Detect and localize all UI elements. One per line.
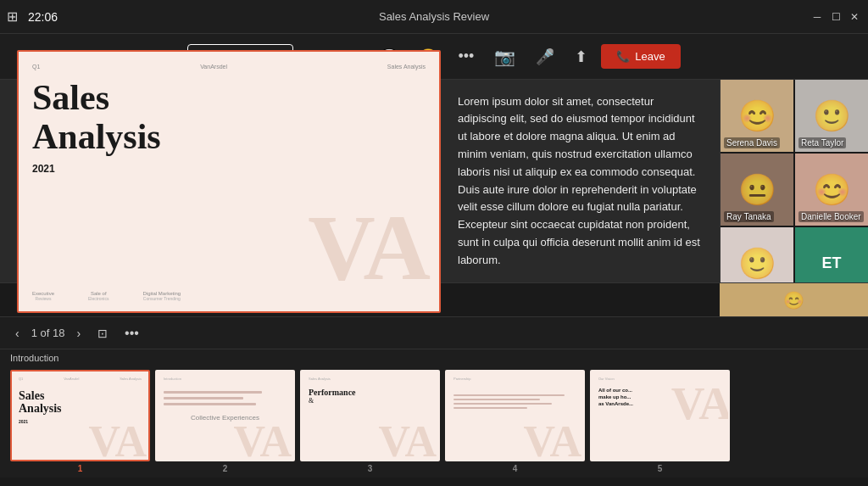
thumb4-brand: Partnership — [453, 377, 576, 381]
thumb-frame-3: Sales Analysis Performance & VA — [300, 370, 440, 461]
footer-item-2: Sale ofElectronics — [88, 291, 108, 301]
slide-counter: 1 of 18 — [31, 327, 65, 339]
title-bar: ⊞ 22:06 Sales Analysis Review ─ ☐ ✕ — [0, 0, 868, 34]
participant-cell-serena: 😊 Serena Davis — [721, 80, 793, 152]
thumb4-watermark: VA — [524, 420, 581, 461]
mic-button[interactable]: 🎤 — [529, 42, 561, 71]
thumb1-title: SalesAnalysis — [19, 389, 142, 416]
slide-title: Sales Analysis — [32, 78, 426, 156]
thumb1-brand: Q1VanArsdelSales Analysis — [19, 377, 142, 381]
participant-cell-danielle: 😊 Danielle Booker — [795, 154, 868, 226]
minimize-button[interactable]: ─ — [810, 11, 824, 23]
fit-window-button[interactable]: ⊡ — [92, 323, 113, 344]
more-options-button[interactable]: ••• — [451, 42, 481, 70]
leave-label: Leave — [635, 50, 665, 63]
participant-name-reta: Reta Taylor — [798, 137, 846, 148]
slide-watermark: VA — [308, 201, 431, 294]
participant-name-ray: Ray Tanaka — [724, 211, 774, 222]
main-content: Q1 VanArsdel Sales Analysis Sales Analys… — [0, 80, 868, 282]
section-label: Introduction — [0, 349, 868, 366]
thumb2-lines — [164, 391, 287, 409]
thumb-frame-4: Partnership VA — [445, 370, 585, 461]
camera-button[interactable]: 📷 — [487, 42, 522, 72]
thumb-frame-1: Q1VanArsdelSales Analysis SalesAnalysis … — [10, 370, 150, 461]
slide-q: Q1 — [32, 64, 40, 70]
thumbnail-3[interactable]: Sales Analysis Performance & VA 3 — [300, 370, 440, 473]
thumb-number-2: 2 — [223, 464, 228, 473]
participant-row-2: 😐 Ray Tanaka 😊 Danielle Booker — [721, 154, 868, 226]
thumb2-brand: Introduction — [164, 377, 287, 381]
thumb3-watermark: VA — [379, 420, 437, 461]
close-button[interactable]: ✕ — [848, 11, 861, 23]
slide-frame[interactable]: Q1 VanArsdel Sales Analysis Sales Analys… — [17, 50, 441, 313]
thumb-number-5: 5 — [658, 464, 663, 473]
thumb2-watermark: VA — [234, 420, 292, 461]
participant-cell-eva: ET Eva Terrazas — [795, 227, 868, 282]
phone-icon: 📞 — [616, 50, 630, 63]
participant-cell-ray: 😐 Ray Tanaka — [721, 154, 793, 226]
participant-row-3: 🙂 Pete Turner ET Eva Terrazas — [721, 227, 868, 282]
participant-name-danielle: Danielle Booker — [798, 211, 864, 222]
thumbnails-strip: Q1VanArsdelSales Analysis SalesAnalysis … — [0, 366, 868, 483]
share-button[interactable]: ⬆ — [568, 42, 594, 71]
next-slide-button[interactable]: › — [71, 323, 86, 344]
slide-footer: ExecutiveReviews Sale ofElectronics Digi… — [32, 291, 181, 301]
participant-photo-pete: 🙂 — [721, 227, 793, 282]
participant-name-serena: Serena Davis — [724, 137, 780, 148]
thumb-number-4: 4 — [513, 464, 518, 473]
thumb4-lines — [453, 394, 576, 411]
slide-brand: VanArsdel — [200, 64, 227, 70]
slide-more-button[interactable]: ••• — [120, 322, 144, 344]
participant-row-1: 😊 Serena Davis 🙂 Reta Taylor — [721, 80, 868, 152]
thumbnail-5[interactable]: Our Vision All of our co...make up ho...… — [590, 370, 730, 473]
slide-notes: Lorem ipsum dolor sit amet, consectetur … — [458, 93, 703, 270]
slide-brand-row: Q1 VanArsdel Sales Analysis — [32, 64, 426, 70]
thumbnail-1[interactable]: Q1VanArsdelSales Analysis SalesAnalysis … — [10, 370, 150, 473]
thumb-number-1: 1 — [78, 464, 83, 473]
slide-controls: ‹ 1 of 18 › ⊡ ••• — [0, 317, 868, 349]
thumbnail-2[interactable]: Introduction Collective Experiences VA 2 — [155, 370, 295, 473]
thumbnail-4[interactable]: Partnership VA 4 — [445, 370, 585, 473]
thumb-frame-2: Introduction Collective Experiences VA — [155, 370, 295, 461]
slide-label-header: Sales Analysis — [387, 64, 426, 70]
leave-button[interactable]: 📞 Leave — [601, 44, 680, 69]
thumb-number-3: 3 — [368, 464, 373, 473]
time-display: 22:06 — [28, 10, 58, 24]
thumb1-watermark: VA — [89, 420, 147, 461]
participants-panel: 😊 Serena Davis 🙂 Reta Taylor 😐 Ray Tanak… — [720, 80, 868, 282]
bottom-participant-photo: 😊 — [720, 283, 868, 316]
thumb3-title: Performance — [309, 388, 431, 397]
bottom-section: ‹ 1 of 18 › ⊡ ••• Introduction Q1VanArsd… — [0, 316, 868, 478]
slide-area: Q1 VanArsdel Sales Analysis Sales Analys… — [0, 80, 720, 282]
thumb3-subtitle: & — [309, 397, 431, 405]
participant-avatar-eva: ET — [795, 227, 868, 282]
bottom-participant-video: 😊 — [720, 283, 868, 316]
footer-item-1: ExecutiveReviews — [32, 291, 54, 301]
window-controls: ─ ☐ ✕ — [810, 11, 861, 23]
participant-cell-reta: 🙂 Reta Taylor — [795, 80, 868, 152]
grid-icon: ⊞ — [7, 8, 18, 25]
participant-cell-pete: 🙂 Pete Turner — [721, 227, 793, 282]
thumb3-brand: Sales Analysis — [309, 377, 431, 381]
titlebar-left: ⊞ 22:06 — [7, 8, 58, 25]
prev-slide-button[interactable]: ‹ — [10, 323, 25, 344]
footer-item-3: Digital MarketingConsumer Trending — [142, 291, 181, 301]
window-title: Sales Analysis Review — [379, 10, 489, 23]
thumb5-watermark: VA — [671, 380, 730, 427]
thumb-frame-5: Our Vision All of our co...make up ho...… — [590, 370, 730, 461]
maximize-button[interactable]: ☐ — [829, 11, 843, 23]
slide-year: 2021 — [32, 163, 426, 175]
